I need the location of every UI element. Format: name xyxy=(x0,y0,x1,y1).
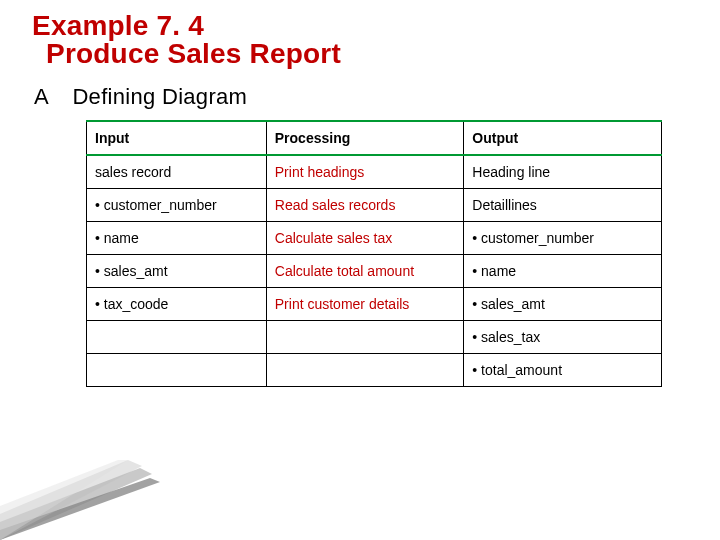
cell-output: Heading line xyxy=(464,155,662,189)
cell-output: • total_amount xyxy=(464,354,662,387)
table-row: • tax_coode Print customer details • sal… xyxy=(87,288,662,321)
cell-input xyxy=(87,321,267,354)
cell-processing: Read sales records xyxy=(266,189,464,222)
section-letter: A xyxy=(34,84,66,110)
cell-input: • tax_coode xyxy=(87,288,267,321)
cell-processing xyxy=(266,321,464,354)
cell-processing: Calculate sales tax xyxy=(266,222,464,255)
header-input: Input xyxy=(87,121,267,155)
cell-output: • name xyxy=(464,255,662,288)
cell-input xyxy=(87,354,267,387)
header-output: Output xyxy=(464,121,662,155)
cell-processing: Calculate total amount xyxy=(266,255,464,288)
table-row: sales record Print headings Heading line xyxy=(87,155,662,189)
cell-output: • sales_tax xyxy=(464,321,662,354)
cell-processing: Print headings xyxy=(266,155,464,189)
table-row: • customer_number Read sales records Det… xyxy=(87,189,662,222)
table-header-row: Input Processing Output xyxy=(87,121,662,155)
cell-output: • customer_number xyxy=(464,222,662,255)
cell-input: • sales_amt xyxy=(87,255,267,288)
section-heading: A Defining Diagram xyxy=(34,84,692,110)
section-label: Defining Diagram xyxy=(72,84,247,109)
cell-processing xyxy=(266,354,464,387)
table-row: • sales_tax xyxy=(87,321,662,354)
corner-swoosh-decoration xyxy=(0,460,180,540)
cell-input: • name xyxy=(87,222,267,255)
cell-output: • sales_amt xyxy=(464,288,662,321)
cell-input: • customer_number xyxy=(87,189,267,222)
table-row: • sales_amt Calculate total amount • nam… xyxy=(87,255,662,288)
slide-title-line2: Produce Sales Report xyxy=(46,38,692,70)
slide: Example 7. 4 Produce Sales Report A Defi… xyxy=(0,0,720,540)
cell-output: Detaillines xyxy=(464,189,662,222)
cell-input: sales record xyxy=(87,155,267,189)
cell-processing: Print customer details xyxy=(266,288,464,321)
table-row: • total_amount xyxy=(87,354,662,387)
header-processing: Processing xyxy=(266,121,464,155)
defining-diagram-table: Input Processing Output sales record Pri… xyxy=(86,120,662,387)
table-row: • name Calculate sales tax • customer_nu… xyxy=(87,222,662,255)
